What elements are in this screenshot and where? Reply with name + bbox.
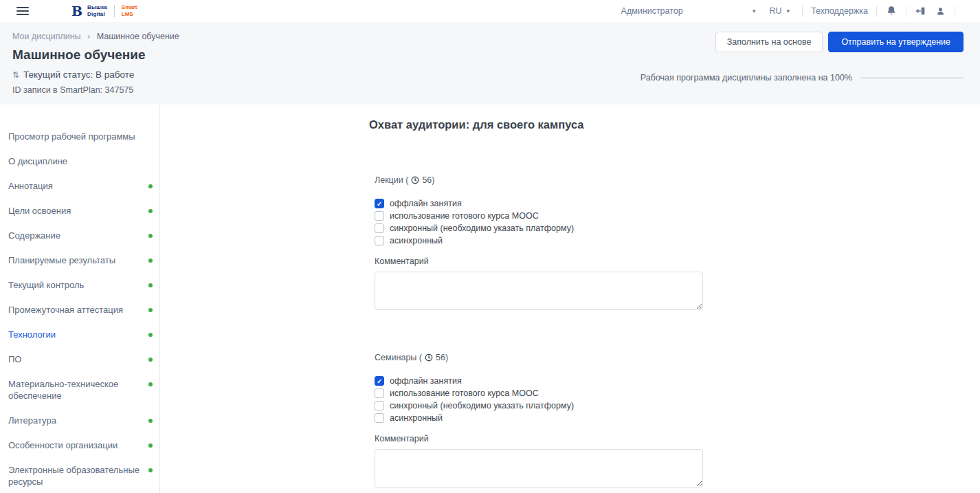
checkbox-label: синхронный (необходимо указать платформу… xyxy=(390,401,574,410)
sidebar-item-about[interactable]: О дисциплине xyxy=(8,155,153,167)
section-label: Семинары ( xyxy=(375,353,422,362)
section-title: Лекции ( 56) xyxy=(375,175,703,185)
checkbox[interactable] xyxy=(375,388,384,398)
section-title: Семинары ( 56) xyxy=(375,353,703,362)
chevron-down-icon: ▾ xyxy=(753,8,756,14)
sidebar-item-literature[interactable]: Литература xyxy=(8,415,153,426)
completed-dot-icon xyxy=(148,283,153,287)
main-content: Охват аудитории: для своего кампуса Лекц… xyxy=(160,105,980,493)
section-hours: 56) xyxy=(422,175,434,185)
checkbox[interactable] xyxy=(375,376,384,386)
checkbox-label: синхронный (необходимо указать платформу… xyxy=(390,223,574,233)
status-sync-icon: ⇅ xyxy=(12,70,19,80)
logo-divider xyxy=(114,5,115,17)
sidebar-item-goals[interactable]: Цели освоения xyxy=(8,205,153,217)
submit-for-approval-button[interactable]: Отправить на утверждение xyxy=(828,32,964,52)
checkbox[interactable] xyxy=(375,211,384,221)
sidebar-list: Просмотр рабочей программы О дисциплине … xyxy=(8,131,153,487)
checkbox-option-mooc[interactable]: использование готового курса MOOC xyxy=(375,211,703,221)
checkbox-option-asynchronous[interactable]: асинхронный xyxy=(375,413,703,423)
checkbox-label: использование готового курса MOOC xyxy=(390,211,539,221)
app-logo[interactable]: В Вышка Digital Smart LMS xyxy=(71,4,137,17)
checkbox[interactable] xyxy=(375,413,384,423)
checkbox-label: асинхронный xyxy=(390,236,443,245)
breadcrumb: Мои дисциплины › Машинное обучение xyxy=(12,32,179,41)
status-text: Текущий статус: В работе xyxy=(23,69,134,80)
completed-dot-icon xyxy=(148,184,153,188)
sidebar-item-electronic-resources[interactable]: Электронные образовательные ресурсы xyxy=(8,464,153,487)
clock-icon xyxy=(425,353,433,362)
header-right: Заполнить на основе Отправить на утвержд… xyxy=(641,32,964,105)
sidebar-item-software[interactable]: ПО xyxy=(8,353,153,365)
completed-dot-icon xyxy=(148,358,153,362)
checkbox-label: асинхронный xyxy=(390,413,443,423)
breadcrumb-parent[interactable]: Мои дисциплины xyxy=(12,32,81,41)
sidebar-item-planned-results[interactable]: Планируемые результаты xyxy=(8,254,153,266)
sidebar-item-content[interactable]: Содержание xyxy=(8,230,153,241)
bell-icon[interactable] xyxy=(885,5,898,17)
hse-crest-icon: В xyxy=(71,5,82,18)
sidebar-nav: Просмотр рабочей программы О дисциплине … xyxy=(0,105,160,493)
sidebar-item-view-program[interactable]: Просмотр рабочей программы xyxy=(8,131,153,142)
language-label: RU xyxy=(770,6,782,16)
checkbox[interactable] xyxy=(375,236,384,245)
user-icon[interactable] xyxy=(934,5,946,17)
brand-name: Вышка Digital xyxy=(87,4,107,17)
sidebar-item-current-control[interactable]: Текущий контроль xyxy=(8,279,153,291)
sidebar-item-interim-assessment[interactable]: Промежуточная аттестация xyxy=(8,304,153,316)
action-buttons: Заполнить на основе Отправить на утвержд… xyxy=(715,32,964,52)
breadcrumb-current: Машинное обучение xyxy=(97,32,179,41)
completed-dot-icon xyxy=(148,259,153,263)
comment-textarea[interactable] xyxy=(375,449,703,487)
completed-dot-icon xyxy=(148,308,153,312)
progress-text: Рабочая программа дисциплины заполнена н… xyxy=(641,73,852,83)
support-link[interactable]: Техподдержка xyxy=(811,6,868,16)
topbar-right: Администратор ▾ RU ▾ Техподдержка xyxy=(621,5,964,17)
fill-from-template-button[interactable]: Заполнить на основе xyxy=(715,32,823,52)
sidebar-item-organization-features[interactable]: Особенности организации xyxy=(8,439,153,451)
completed-dot-icon xyxy=(148,209,153,213)
breadcrumb-separator: › xyxy=(87,32,90,41)
checkbox-option-mooc[interactable]: использование готового курса MOOC xyxy=(375,388,703,398)
completed-dot-icon xyxy=(148,234,153,238)
completed-dot-icon xyxy=(148,419,153,423)
checkbox-option-offline[interactable]: оффлайн занятия xyxy=(375,199,703,208)
comment-textarea[interactable] xyxy=(375,272,703,310)
smartplan-id: ID записи в SmartPlan: 347575 xyxy=(12,85,179,95)
completed-dot-icon xyxy=(148,443,153,448)
completed-dot-icon xyxy=(148,333,153,337)
seminars-section: Семинары ( 56) оффлайн занятия использов… xyxy=(375,353,703,490)
checkbox[interactable] xyxy=(375,223,384,233)
divider xyxy=(876,6,877,17)
checkbox[interactable] xyxy=(375,199,384,208)
section-label: Лекции ( xyxy=(375,175,408,185)
completed-dot-icon xyxy=(148,382,153,386)
progress-bar xyxy=(860,77,964,79)
sidebar-item-material-support[interactable]: Материально-техническое обеспечение xyxy=(8,378,153,402)
checkbox-label: оффлайн занятия xyxy=(390,199,462,208)
status-row: ⇅ Текущий статус: В работе xyxy=(12,69,179,80)
sidebar-item-annotation[interactable]: Аннотация xyxy=(8,180,153,192)
page-title: Машинное обучение xyxy=(12,47,179,63)
divider xyxy=(955,6,955,17)
role-label: Администратор xyxy=(621,6,683,16)
menu-icon[interactable] xyxy=(16,7,29,15)
role-dropdown[interactable]: Администратор ▾ xyxy=(621,6,756,16)
checkbox-option-asynchronous[interactable]: асинхронный xyxy=(375,236,703,245)
checkbox[interactable] xyxy=(375,401,384,410)
progress-row: Рабочая программа дисциплины заполнена н… xyxy=(641,73,964,83)
header-left: Мои дисциплины › Машинное обучение Машин… xyxy=(12,32,179,105)
checkbox-option-synchronous[interactable]: синхронный (необходимо указать платформу… xyxy=(375,223,703,233)
language-dropdown[interactable]: RU ▾ xyxy=(770,6,790,16)
checkbox-label: использование готового курса MOOC xyxy=(390,388,539,398)
topbar-left: В Вышка Digital Smart LMS xyxy=(16,4,137,17)
divider xyxy=(906,6,906,17)
logout-icon[interactable] xyxy=(915,5,927,17)
checkbox-label: оффлайн занятия xyxy=(390,376,462,386)
sidebar-item-technologies[interactable]: Технологии xyxy=(8,329,153,340)
checkbox-option-offline[interactable]: оффлайн занятия xyxy=(375,376,703,386)
clock-icon xyxy=(411,176,419,184)
body: Просмотр рабочей программы О дисциплине … xyxy=(0,105,980,493)
checkbox-option-synchronous[interactable]: синхронный (необходимо указать платформу… xyxy=(375,401,703,410)
chevron-down-icon: ▾ xyxy=(787,8,790,14)
